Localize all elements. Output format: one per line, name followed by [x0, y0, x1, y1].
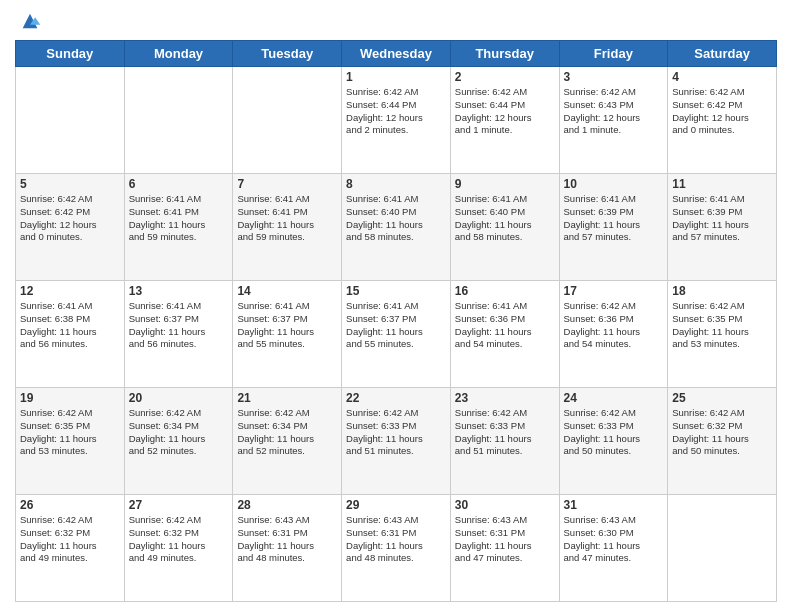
calendar-cell: 10Sunrise: 6:41 AM Sunset: 6:39 PM Dayli… — [559, 174, 668, 281]
day-number: 10 — [564, 177, 664, 191]
calendar-cell: 17Sunrise: 6:42 AM Sunset: 6:36 PM Dayli… — [559, 281, 668, 388]
day-number: 3 — [564, 70, 664, 84]
header-row: SundayMondayTuesdayWednesdayThursdayFrid… — [16, 41, 777, 67]
day-header-monday: Monday — [124, 41, 233, 67]
calendar-cell: 30Sunrise: 6:43 AM Sunset: 6:31 PM Dayli… — [450, 495, 559, 602]
day-number: 31 — [564, 498, 664, 512]
calendar-cell: 25Sunrise: 6:42 AM Sunset: 6:32 PM Dayli… — [668, 388, 777, 495]
day-info: Sunrise: 6:42 AM Sunset: 6:36 PM Dayligh… — [564, 300, 664, 351]
day-info: Sunrise: 6:42 AM Sunset: 6:34 PM Dayligh… — [129, 407, 229, 458]
day-number: 29 — [346, 498, 446, 512]
day-info: Sunrise: 6:42 AM Sunset: 6:35 PM Dayligh… — [20, 407, 120, 458]
calendar-cell — [16, 67, 125, 174]
day-number: 12 — [20, 284, 120, 298]
page: SundayMondayTuesdayWednesdayThursdayFrid… — [0, 0, 792, 612]
day-info: Sunrise: 6:41 AM Sunset: 6:39 PM Dayligh… — [672, 193, 772, 244]
day-number: 30 — [455, 498, 555, 512]
day-info: Sunrise: 6:42 AM Sunset: 6:42 PM Dayligh… — [672, 86, 772, 137]
day-info: Sunrise: 6:41 AM Sunset: 6:41 PM Dayligh… — [129, 193, 229, 244]
calendar-cell: 20Sunrise: 6:42 AM Sunset: 6:34 PM Dayli… — [124, 388, 233, 495]
day-header-saturday: Saturday — [668, 41, 777, 67]
calendar-cell: 15Sunrise: 6:41 AM Sunset: 6:37 PM Dayli… — [342, 281, 451, 388]
day-number: 4 — [672, 70, 772, 84]
calendar-week-2: 5Sunrise: 6:42 AM Sunset: 6:42 PM Daylig… — [16, 174, 777, 281]
day-info: Sunrise: 6:41 AM Sunset: 6:40 PM Dayligh… — [346, 193, 446, 244]
day-number: 19 — [20, 391, 120, 405]
header — [15, 10, 777, 32]
calendar-week-3: 12Sunrise: 6:41 AM Sunset: 6:38 PM Dayli… — [16, 281, 777, 388]
day-number: 9 — [455, 177, 555, 191]
day-header-thursday: Thursday — [450, 41, 559, 67]
day-number: 8 — [346, 177, 446, 191]
day-info: Sunrise: 6:41 AM Sunset: 6:41 PM Dayligh… — [237, 193, 337, 244]
day-info: Sunrise: 6:41 AM Sunset: 6:37 PM Dayligh… — [129, 300, 229, 351]
day-info: Sunrise: 6:42 AM Sunset: 6:32 PM Dayligh… — [672, 407, 772, 458]
day-number: 2 — [455, 70, 555, 84]
calendar-cell: 19Sunrise: 6:42 AM Sunset: 6:35 PM Dayli… — [16, 388, 125, 495]
day-number: 7 — [237, 177, 337, 191]
calendar-table: SundayMondayTuesdayWednesdayThursdayFrid… — [15, 40, 777, 602]
day-info: Sunrise: 6:42 AM Sunset: 6:32 PM Dayligh… — [20, 514, 120, 565]
calendar-cell: 27Sunrise: 6:42 AM Sunset: 6:32 PM Dayli… — [124, 495, 233, 602]
calendar-week-5: 26Sunrise: 6:42 AM Sunset: 6:32 PM Dayli… — [16, 495, 777, 602]
day-number: 26 — [20, 498, 120, 512]
day-number: 1 — [346, 70, 446, 84]
day-info: Sunrise: 6:42 AM Sunset: 6:33 PM Dayligh… — [346, 407, 446, 458]
day-info: Sunrise: 6:41 AM Sunset: 6:39 PM Dayligh… — [564, 193, 664, 244]
day-info: Sunrise: 6:42 AM Sunset: 6:44 PM Dayligh… — [455, 86, 555, 137]
day-number: 25 — [672, 391, 772, 405]
day-info: Sunrise: 6:42 AM Sunset: 6:43 PM Dayligh… — [564, 86, 664, 137]
day-number: 11 — [672, 177, 772, 191]
calendar-header: SundayMondayTuesdayWednesdayThursdayFrid… — [16, 41, 777, 67]
calendar-cell: 18Sunrise: 6:42 AM Sunset: 6:35 PM Dayli… — [668, 281, 777, 388]
day-number: 27 — [129, 498, 229, 512]
day-number: 20 — [129, 391, 229, 405]
calendar-cell: 2Sunrise: 6:42 AM Sunset: 6:44 PM Daylig… — [450, 67, 559, 174]
day-header-tuesday: Tuesday — [233, 41, 342, 67]
calendar-cell: 21Sunrise: 6:42 AM Sunset: 6:34 PM Dayli… — [233, 388, 342, 495]
calendar-cell: 26Sunrise: 6:42 AM Sunset: 6:32 PM Dayli… — [16, 495, 125, 602]
calendar-cell: 5Sunrise: 6:42 AM Sunset: 6:42 PM Daylig… — [16, 174, 125, 281]
day-number: 17 — [564, 284, 664, 298]
day-number: 23 — [455, 391, 555, 405]
calendar-cell: 1Sunrise: 6:42 AM Sunset: 6:44 PM Daylig… — [342, 67, 451, 174]
calendar-cell: 8Sunrise: 6:41 AM Sunset: 6:40 PM Daylig… — [342, 174, 451, 281]
calendar-cell: 12Sunrise: 6:41 AM Sunset: 6:38 PM Dayli… — [16, 281, 125, 388]
calendar-cell: 7Sunrise: 6:41 AM Sunset: 6:41 PM Daylig… — [233, 174, 342, 281]
calendar-cell — [668, 495, 777, 602]
day-info: Sunrise: 6:41 AM Sunset: 6:36 PM Dayligh… — [455, 300, 555, 351]
day-info: Sunrise: 6:43 AM Sunset: 6:31 PM Dayligh… — [237, 514, 337, 565]
calendar-cell: 13Sunrise: 6:41 AM Sunset: 6:37 PM Dayli… — [124, 281, 233, 388]
day-info: Sunrise: 6:42 AM Sunset: 6:35 PM Dayligh… — [672, 300, 772, 351]
day-info: Sunrise: 6:42 AM Sunset: 6:33 PM Dayligh… — [455, 407, 555, 458]
day-number: 15 — [346, 284, 446, 298]
day-info: Sunrise: 6:41 AM Sunset: 6:37 PM Dayligh… — [346, 300, 446, 351]
day-info: Sunrise: 6:42 AM Sunset: 6:44 PM Dayligh… — [346, 86, 446, 137]
day-info: Sunrise: 6:41 AM Sunset: 6:37 PM Dayligh… — [237, 300, 337, 351]
calendar-cell: 14Sunrise: 6:41 AM Sunset: 6:37 PM Dayli… — [233, 281, 342, 388]
calendar-cell: 11Sunrise: 6:41 AM Sunset: 6:39 PM Dayli… — [668, 174, 777, 281]
calendar-cell — [233, 67, 342, 174]
logo — [15, 10, 41, 32]
calendar-cell: 24Sunrise: 6:42 AM Sunset: 6:33 PM Dayli… — [559, 388, 668, 495]
day-number: 28 — [237, 498, 337, 512]
calendar-cell: 9Sunrise: 6:41 AM Sunset: 6:40 PM Daylig… — [450, 174, 559, 281]
logo-icon — [19, 10, 41, 32]
day-number: 5 — [20, 177, 120, 191]
day-number: 18 — [672, 284, 772, 298]
calendar-week-4: 19Sunrise: 6:42 AM Sunset: 6:35 PM Dayli… — [16, 388, 777, 495]
calendar-cell: 28Sunrise: 6:43 AM Sunset: 6:31 PM Dayli… — [233, 495, 342, 602]
day-info: Sunrise: 6:42 AM Sunset: 6:34 PM Dayligh… — [237, 407, 337, 458]
day-number: 14 — [237, 284, 337, 298]
calendar-cell: 29Sunrise: 6:43 AM Sunset: 6:31 PM Dayli… — [342, 495, 451, 602]
day-number: 13 — [129, 284, 229, 298]
calendar-cell: 16Sunrise: 6:41 AM Sunset: 6:36 PM Dayli… — [450, 281, 559, 388]
day-header-wednesday: Wednesday — [342, 41, 451, 67]
calendar-body: 1Sunrise: 6:42 AM Sunset: 6:44 PM Daylig… — [16, 67, 777, 602]
calendar-cell: 3Sunrise: 6:42 AM Sunset: 6:43 PM Daylig… — [559, 67, 668, 174]
day-info: Sunrise: 6:42 AM Sunset: 6:33 PM Dayligh… — [564, 407, 664, 458]
day-info: Sunrise: 6:42 AM Sunset: 6:32 PM Dayligh… — [129, 514, 229, 565]
day-header-sunday: Sunday — [16, 41, 125, 67]
day-header-friday: Friday — [559, 41, 668, 67]
day-number: 24 — [564, 391, 664, 405]
